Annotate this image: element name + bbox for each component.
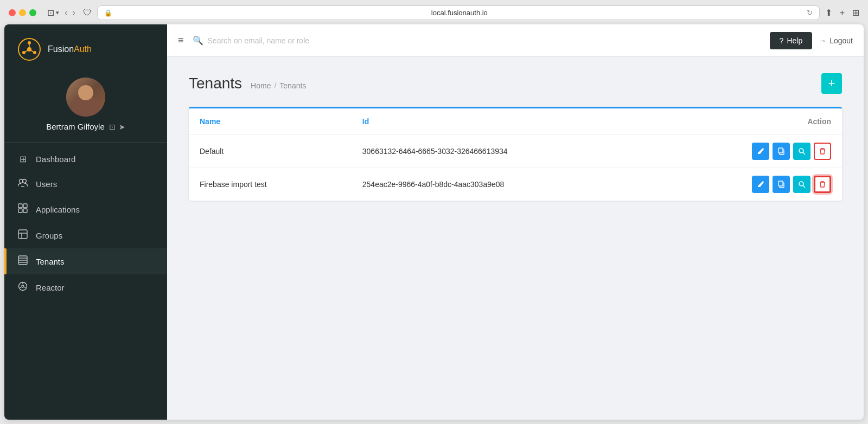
action-buttons-group (668, 143, 831, 160)
dashboard-icon: ⊞ (17, 154, 28, 164)
profile-name: Bertram Gilfoyle ⊡ ➤ (46, 122, 125, 131)
search-icon: 🔍 (193, 35, 203, 46)
browser-nav: ‹ › (65, 7, 75, 18)
page-title-section: Tenants Home / Tenants (189, 75, 306, 92)
share-icon[interactable]: ⬆ (825, 8, 832, 18)
logo-text: FusionAuth (48, 44, 92, 54)
users-icon (17, 178, 28, 189)
tenant-id: 30663132-6464-6665-3032-326466613934 (352, 135, 658, 168)
sidebar-item-tenants[interactable]: Tenants (4, 248, 167, 274)
sidebar-item-label: Users (36, 179, 57, 189)
grid-icon[interactable]: ⊞ (852, 8, 859, 18)
delete-button[interactable] (814, 143, 831, 160)
svg-point-22 (22, 285, 24, 287)
sidebar-toggle-icon: ⊡ (47, 8, 54, 18)
profile-nav-icon[interactable]: ➤ (119, 123, 125, 131)
breadcrumb: Home / Tenants (251, 81, 306, 90)
svg-point-6 (22, 51, 25, 54)
profile-card-icon[interactable]: ⊡ (109, 123, 116, 131)
breadcrumb-separator: / (274, 81, 276, 90)
sidebar-toggle[interactable]: ⊡ ▾ (47, 8, 59, 18)
sidebar-item-label: Reactor (36, 283, 65, 292)
svg-point-2 (28, 41, 31, 44)
sidebar-item-reactor[interactable]: Reactor (4, 274, 167, 300)
topbar: ≡ 🔍 Search on email, name or role ? Help… (167, 24, 864, 57)
profile-icons: ⊡ ➤ (109, 123, 125, 131)
copy-button[interactable] (773, 143, 790, 160)
svg-rect-12 (18, 209, 22, 213)
page-content: Tenants Home / Tenants + Name Id Ac (167, 57, 864, 420)
sidebar-item-label: Groups (36, 231, 62, 240)
sidebar-item-groups[interactable]: Groups (4, 222, 167, 248)
svg-rect-10 (18, 204, 22, 208)
tenant-actions (657, 168, 842, 201)
groups-icon (17, 229, 28, 241)
breadcrumb-current: Tenants (279, 81, 306, 90)
action-buttons-group (668, 176, 831, 193)
help-button[interactable]: ? Help (770, 32, 813, 49)
edit-button[interactable] (752, 176, 769, 193)
search-bar: 🔍 Search on email, name or role (193, 35, 763, 46)
svg-rect-27 (778, 148, 783, 153)
lock-icon: 🔒 (104, 9, 112, 17)
svg-line-29 (803, 152, 805, 155)
app-window: FusionAuth Bertram Gilfoyle ⊡ ➤ ⊞ Dashbo… (4, 24, 864, 420)
browser-actions: ⬆ + ⊞ (825, 8, 859, 18)
dot-green[interactable] (29, 9, 36, 16)
sidebar-item-applications[interactable]: Applications (4, 196, 167, 222)
search-placeholder[interactable]: Search on email, name or role (208, 36, 310, 45)
svg-line-24 (24, 287, 26, 288)
add-tenant-button[interactable]: + (821, 73, 842, 94)
table-header-row: Name Id Action (189, 108, 842, 135)
col-id: Id (352, 108, 658, 135)
sidebar: FusionAuth Bertram Gilfoyle ⊡ ➤ ⊞ Dashbo… (4, 24, 167, 420)
search-button[interactable] (793, 176, 810, 193)
forward-button[interactable]: › (72, 7, 75, 18)
col-action: Action (657, 108, 842, 135)
main-content: ≡ 🔍 Search on email, name or role ? Help… (167, 24, 864, 420)
svg-line-5 (31, 50, 34, 52)
browser-toolbar: ⊡ ▾ ‹ › 🛡 🔒 local.fusionauth.io ↻ ⬆ + ⊞ (9, 5, 859, 20)
reactor-icon (17, 281, 28, 293)
address-bar[interactable]: 🔒 local.fusionauth.io ↻ (97, 5, 820, 20)
tenant-name: Default (189, 135, 352, 168)
chevron-down-icon: ▾ (56, 9, 59, 16)
tenant-id: 254eac2e-9966-4a0f-b8dc-4aac303a9e08 (352, 168, 658, 201)
svg-line-25 (20, 287, 22, 288)
svg-point-28 (799, 149, 803, 153)
tenants-table: Name Id Action Default30663132-6464-6665… (189, 108, 842, 201)
fusionauth-logo-icon (17, 37, 41, 61)
sidebar-item-label: Applications (36, 205, 80, 214)
tenants-table-card: Name Id Action Default30663132-6464-6665… (189, 107, 842, 201)
sidebar-item-users[interactable]: Users (4, 171, 167, 196)
breadcrumb-home[interactable]: Home (251, 81, 271, 90)
search-button[interactable] (793, 143, 810, 160)
url-text: local.fusionauth.io (116, 9, 803, 17)
tenants-icon (17, 255, 28, 267)
sidebar-nav: ⊞ Dashboard Users (4, 143, 167, 420)
page-title: Tenants (189, 75, 242, 92)
browser-chrome: ⊡ ▾ ‹ › 🛡 🔒 local.fusionauth.io ↻ ⬆ + ⊞ (0, 0, 868, 24)
sidebar-item-dashboard[interactable]: ⊞ Dashboard (4, 147, 167, 171)
copy-button[interactable] (773, 176, 790, 193)
dot-red[interactable] (9, 9, 16, 16)
svg-point-1 (27, 47, 31, 52)
svg-point-32 (799, 182, 803, 186)
menu-icon[interactable]: ≡ (178, 35, 184, 46)
edit-button[interactable] (752, 143, 769, 160)
back-button[interactable]: ‹ (65, 7, 68, 18)
table-row: Firebase import test254eac2e-9966-4a0f-b… (189, 168, 842, 201)
delete-button[interactable] (814, 176, 831, 193)
svg-point-4 (33, 51, 36, 54)
svg-rect-14 (18, 230, 27, 239)
logout-button[interactable]: → Logout (819, 36, 853, 45)
svg-rect-13 (23, 209, 27, 213)
shield-icon: 🛡 (83, 8, 92, 18)
svg-rect-11 (23, 204, 27, 208)
sidebar-item-label: Dashboard (36, 155, 75, 164)
dot-yellow[interactable] (19, 9, 26, 16)
reload-icon[interactable]: ↻ (807, 9, 813, 17)
help-icon: ? (780, 36, 784, 45)
avatar (66, 78, 105, 117)
new-tab-icon[interactable]: + (840, 8, 845, 18)
